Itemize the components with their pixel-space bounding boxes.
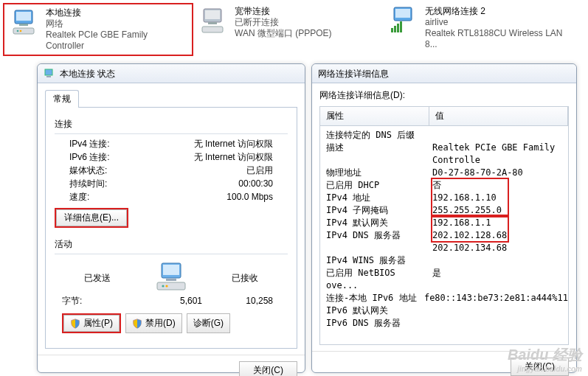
row-bytes: 字节: 5,601 10,258	[55, 294, 288, 307]
svg-rect-2	[19, 24, 28, 26]
svg-rect-16	[45, 69, 52, 75]
svg-rect-20	[166, 279, 176, 281]
svg-rect-9	[202, 27, 223, 32]
details-subtitle: 网络连接详细信息(D):	[319, 89, 569, 102]
detail-row: 描述Realtek PCIe GBE Family Controlle	[320, 142, 568, 167]
svg-rect-8	[208, 22, 217, 24]
watermark: Baidu 经验 jingyan.baidu.com	[508, 345, 582, 373]
svg-rect-7	[205, 10, 220, 19]
svg-point-22	[162, 285, 164, 287]
detail-row: 连接特定的 DNS 后缀	[320, 129, 568, 142]
status-window: 本地连接 状态 常规 连接 IPv4 连接:无 Internet 访问权限 IP…	[37, 63, 305, 373]
detail-row: 连接-本地 IPv6 地址fe80::143:be73:2e81:a444%11	[320, 292, 568, 304]
disable-button[interactable]: 禁用(D)	[125, 313, 182, 333]
svg-point-23	[165, 285, 167, 287]
monitor-icon	[199, 6, 229, 35]
svg-rect-21	[157, 282, 185, 290]
properties-button[interactable]: 属性(P)	[63, 315, 120, 332]
diagnose-button[interactable]: 诊断(G)	[187, 313, 230, 333]
shield-icon	[70, 318, 80, 329]
section-activity: 活动	[55, 238, 288, 251]
row-ipv4: IPv4 连接:无 Internet 访问权限	[55, 137, 288, 150]
monitor-activity-icon	[151, 260, 191, 295]
connections-list: 本地连接 网络 Realtek PCIe GBE Family Controll…	[0, 0, 588, 59]
close-button[interactable]: 关闭(C)	[239, 361, 297, 376]
svg-rect-14	[397, 24, 399, 32]
svg-point-4	[17, 30, 19, 32]
detail-row: 已启用 NetBIOS ove...是	[320, 267, 568, 292]
network-icon	[44, 68, 55, 80]
svg-point-5	[20, 30, 22, 32]
activity-graphic: 已发送 已接收	[55, 257, 288, 294]
wifi-monitor-icon	[390, 6, 419, 35]
section-connection: 连接	[55, 118, 288, 130]
connection-text: 宽带连接 已断开连接 WAN 微型端口 (PPPOE)	[235, 6, 332, 53]
svg-rect-13	[394, 26, 396, 32]
detail-row: 202.102.134.68	[320, 242, 568, 254]
window-title: 本地连接 状态	[38, 64, 305, 83]
svg-rect-17	[46, 76, 51, 77]
row-duration: 持续时间:00:00:30	[55, 177, 288, 190]
svg-rect-19	[163, 265, 179, 275]
details-window: 网络连接详细信息 网络连接详细信息(D): 属性 值 连接特定的 DNS 后缀描…	[311, 63, 577, 373]
svg-rect-3	[13, 28, 34, 34]
details-header: 属性 值	[320, 107, 568, 126]
shield-icon	[132, 318, 142, 329]
svg-rect-1	[16, 12, 31, 21]
connection-text: 本地连接 网络 Realtek PCIe GBE Family Controll…	[46, 7, 186, 52]
connection-text: 无线网络连接 2 airlive Realtek RTL8188CU Wirel…	[425, 6, 568, 53]
monitor-icon	[10, 7, 40, 37]
details-button[interactable]: 详细信息(E)...	[56, 209, 127, 226]
svg-rect-12	[391, 28, 393, 32]
connection-item-wireless[interactable]: 无线网络连接 2 airlive Realtek RTL8188CU Wirel…	[384, 3, 574, 56]
svg-rect-11	[395, 9, 410, 18]
tab-general[interactable]: 常规	[45, 90, 79, 108]
detail-row: IPv6 DNS 服务器	[320, 317, 568, 330]
row-ipv6: IPv6 连接:无 Internet 访问权限	[55, 150, 288, 164]
svg-rect-15	[400, 21, 402, 32]
window-title: 网络连接详细信息	[312, 64, 576, 83]
details-list: 属性 值 连接特定的 DNS 后缀描述Realtek PCIe GBE Fami…	[319, 106, 569, 345]
detail-row: IPv6 默认网关	[320, 304, 568, 317]
connection-item-local[interactable]: 本地连接 网络 Realtek PCIe GBE Family Controll…	[3, 3, 193, 56]
connection-item-broadband[interactable]: 宽带连接 已断开连接 WAN 微型端口 (PPPOE)	[193, 3, 384, 56]
row-media: 媒体状态:已启用	[55, 164, 288, 177]
row-speed: 速度:100.0 Mbps	[55, 190, 288, 203]
detail-row: IPv4 WINS 服务器	[320, 254, 568, 267]
